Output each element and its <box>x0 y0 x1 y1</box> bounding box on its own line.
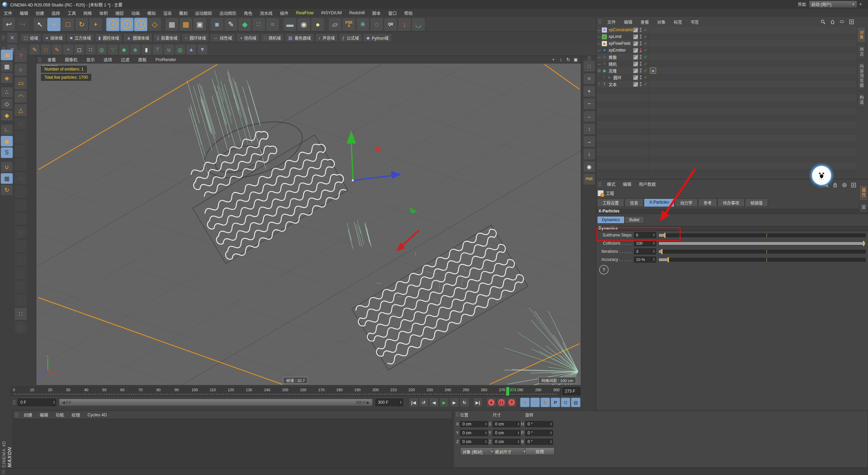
menu-编辑[interactable]: 编辑 <box>16 10 32 16</box>
coord-field-Z[interactable]: 0 cm▲▼ <box>460 439 488 445</box>
target-icon[interactable] <box>841 182 848 188</box>
layer-chip[interactable] <box>633 27 638 33</box>
field-button-圆柱体域[interactable]: ▮圆柱体域 <box>95 33 122 42</box>
cloner-tag[interactable]: ◉ <box>650 68 656 74</box>
side-tab-属性[interactable]: 属性 <box>859 185 868 201</box>
enabled-check-icon[interactable]: ✓ <box>644 82 647 87</box>
viewport-menu-面板[interactable]: 面板 <box>134 56 151 63</box>
viewport-menu-ProRender[interactable]: ProRender <box>151 57 180 62</box>
om-menu-grip[interactable] <box>598 19 601 24</box>
layer-chip[interactable] <box>633 68 638 73</box>
object-row-xpFlowField[interactable]: —◉xpFlowField✓ <box>596 40 856 47</box>
layout-switcher-combo[interactable]: 启动 (用户)▼ <box>809 1 857 8</box>
powerslider-grip[interactable] <box>13 400 16 405</box>
field-button-着色器域[interactable]: ▨着色器域 <box>285 33 314 42</box>
points-mode[interactable]: ∴ <box>1 87 13 98</box>
distribute-horizontal[interactable]: ↔ <box>583 111 595 122</box>
statusbar-grip[interactable] <box>2 470 5 474</box>
range-end-field[interactable]: 300 F▲▼ <box>375 399 403 406</box>
mesh-tool-2[interactable]: ◇ <box>14 131 27 144</box>
field-button-径向域[interactable]: ◑径向域 <box>236 33 260 42</box>
mesh-tool-7[interactable]: ◠ <box>14 199 27 212</box>
visibility-dots[interactable] <box>640 48 642 52</box>
menu-体积[interactable]: 体积 <box>96 10 112 16</box>
side-tab-对象[interactable]: 对象 <box>857 27 866 43</box>
object-row-克隆[interactable]: ⊟◉克隆✓◉ <box>596 67 856 74</box>
mesh-tool-1[interactable]: ▦ <box>14 117 27 130</box>
param-value-field[interactable]: 100▲▼ <box>634 240 656 246</box>
field-button-球体域[interactable]: ●球体域 <box>42 33 66 42</box>
workplane-lock[interactable]: ▦ <box>1 173 13 184</box>
enabled-check-icon[interactable]: ✓ <box>644 34 647 39</box>
key-parameter-button[interactable]: P <box>551 398 560 407</box>
tab-参考[interactable]: 参考 <box>698 198 717 207</box>
object-row-xpEmitter[interactable]: —✳xpEmitter✓ <box>596 47 856 54</box>
snap-toggle[interactable]: S <box>1 147 13 158</box>
sequence-right[interactable]: → <box>583 136 595 147</box>
mm-menu-功能[interactable]: 功能 <box>52 412 68 418</box>
am-menu-模式[interactable]: 模式 <box>603 181 619 187</box>
xp-cluster[interactable]: ∵ <box>107 44 118 55</box>
layer-chip[interactable] <box>633 41 638 46</box>
polygon-selection[interactable]: △ <box>14 104 27 117</box>
lock-y-axis[interactable]: Y <box>120 18 134 31</box>
slider-tool[interactable]: − <box>583 98 595 110</box>
side-tab-内容浏览器[interactable]: 内容浏览器 <box>857 61 866 91</box>
menu-脚本[interactable]: 脚本 <box>369 10 384 16</box>
apply-button[interactable]: 应用 <box>525 448 554 455</box>
viewport-canvas[interactable]: yxz 透视视图 Number of emitters: 1 Total liv… <box>36 63 581 385</box>
expander-icon[interactable]: ⊟ <box>596 69 602 73</box>
menu-创建[interactable]: 创建 <box>32 10 48 16</box>
distribute-vertical[interactable]: ↕ <box>583 123 595 135</box>
object-row-圆环[interactable]: └○圆环✓ <box>596 74 856 81</box>
mesh-tool-12[interactable]: ∷ <box>14 267 27 280</box>
menu-文件[interactable]: 文件 <box>0 10 16 16</box>
mm-menu-Cycles 4D[interactable]: Cycles 4D <box>84 413 111 417</box>
timeline-ruler[interactable]: 0102030405060708090100110120130140150160… <box>11 387 561 396</box>
camera[interactable]: ◉ <box>297 18 311 31</box>
magnet-snap[interactable]: ∪ <box>1 162 13 172</box>
menu-捕捉[interactable]: 捕捉 <box>112 10 127 16</box>
polygons-mode[interactable]: ◆ <box>1 110 13 121</box>
visibility-dots[interactable] <box>640 62 642 66</box>
param-slider[interactable] <box>658 233 866 237</box>
field-button-圆环体域[interactable]: ○圆环体域 <box>181 33 209 42</box>
menu-流水线[interactable]: 流水线 <box>256 10 276 16</box>
enabled-check-icon[interactable]: ✓ <box>644 68 647 73</box>
zoom-view-icon[interactable]: ↕ <box>558 57 564 62</box>
slider-handle[interactable] <box>668 257 669 262</box>
param-value-field[interactable]: 10 %▲▼ <box>634 256 656 263</box>
menu-帮助[interactable]: 帮助 <box>400 10 416 16</box>
object-name[interactable]: 随机 <box>609 61 617 67</box>
autokeying-button[interactable]: ( ) <box>497 398 506 407</box>
xp-dots-grid[interactable]: ∷ <box>85 44 96 55</box>
viewport-menu-显示[interactable]: 显示 <box>82 56 99 63</box>
layer-chip[interactable] <box>633 82 638 87</box>
mesh-tool-10[interactable]: ◻ <box>14 240 27 252</box>
object-name[interactable]: xpFlowField <box>609 41 630 46</box>
keyframe-presets-button[interactable]: ▤ <box>571 398 580 407</box>
next-frame-button[interactable]: ▶ <box>450 398 459 407</box>
home-icon[interactable] <box>829 18 836 25</box>
key-pla-button[interactable]: ∷ <box>561 398 570 407</box>
mesh-tool-8[interactable]: ↕ <box>14 212 27 225</box>
coord-field-Y[interactable]: 0 cm▲▼ <box>493 430 520 436</box>
menu-模拟[interactable]: 模拟 <box>143 10 159 16</box>
tab-待办事项[interactable]: 待办事项 <box>717 198 745 207</box>
record-active-objects-button[interactable]: ● <box>487 398 496 407</box>
stepper-icon[interactable]: ▲▼ <box>484 439 488 444</box>
param-slider[interactable] <box>658 242 866 245</box>
xp-molecule-pencil[interactable]: ✎ <box>52 44 62 55</box>
visibility-dots[interactable] <box>640 82 642 86</box>
object-row-xpConstraints[interactable]: —✕xpConstraints✓ <box>596 26 856 33</box>
visibility-dots[interactable] <box>640 28 642 32</box>
viewport-menu-查看[interactable]: 查看 <box>43 56 60 63</box>
last-used-tool[interactable]: + <box>89 18 102 31</box>
stepper-icon[interactable]: ▲▼ <box>549 421 553 427</box>
generator-instance[interactable]: ∷ <box>252 18 265 31</box>
side-tab-构造[interactable]: 构造 <box>857 92 866 108</box>
rotate-view-icon[interactable]: ↻ <box>565 57 571 62</box>
next-key-button[interactable]: ↻ <box>460 398 469 407</box>
field-button-声音域[interactable]: ♪声音域 <box>315 33 338 42</box>
menu-雕刻[interactable]: 雕刻 <box>175 10 191 16</box>
